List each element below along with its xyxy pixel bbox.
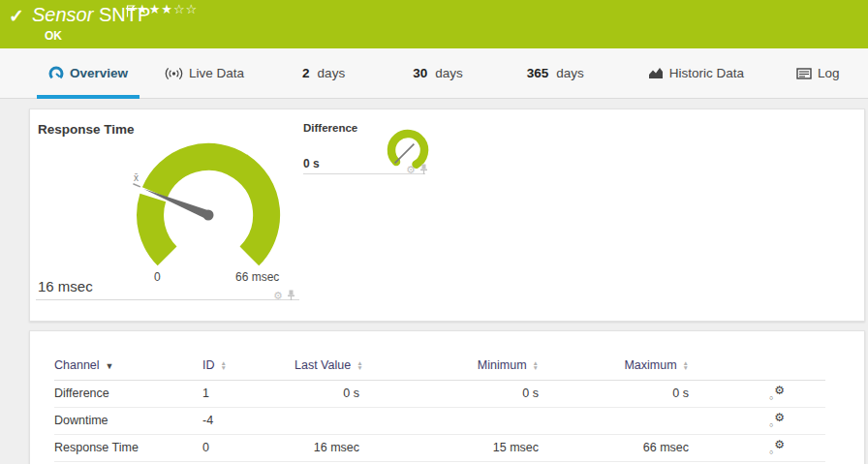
sort-desc-icon[interactable]: ▼ bbox=[106, 361, 114, 371]
tab-label: Log bbox=[818, 66, 840, 80]
response-time-gauge: x̄ bbox=[127, 134, 292, 279]
difference-current-value: 0 s bbox=[303, 157, 320, 170]
difference-gauge-title: Difference bbox=[303, 122, 357, 134]
tab-overview[interactable]: Overview bbox=[37, 48, 140, 98]
cell-id: -4 bbox=[202, 407, 294, 434]
response-time-gauge-actions: ⚙ bbox=[273, 287, 295, 304]
historic-data-icon bbox=[648, 67, 664, 79]
tab-bar: Overview Live Data 2 days 30 days 365 da… bbox=[0, 48, 868, 99]
sort-icon[interactable]: ▲▼ bbox=[356, 360, 362, 370]
priority-stars[interactable]: ★★★☆☆ bbox=[137, 2, 198, 16]
cell-minimum bbox=[359, 407, 539, 434]
tab-number: 2 bbox=[302, 66, 310, 80]
gauge-icon bbox=[48, 66, 64, 81]
status-badge: OK bbox=[45, 29, 62, 43]
sort-icon[interactable]: ▲▼ bbox=[533, 360, 539, 370]
live-data-icon bbox=[165, 67, 183, 80]
tab-historic-data[interactable]: Historic Data bbox=[636, 48, 756, 98]
average-marker-label: x̄ bbox=[134, 172, 139, 183]
tab-30-days[interactable]: 30 days bbox=[401, 48, 475, 98]
channel-settings-icon[interactable]: ⚙○ bbox=[769, 440, 785, 453]
tab-label: days bbox=[435, 66, 463, 80]
tab-label: days bbox=[556, 66, 584, 80]
sensor-header: ✓ Sensor SNTP ★★★☆☆ OK bbox=[0, 0, 868, 48]
tab-label: Live Data bbox=[189, 66, 244, 80]
tab-number: 30 bbox=[413, 66, 427, 80]
cell-maximum: 66 msec bbox=[539, 434, 689, 461]
gauge-needle-hub bbox=[203, 210, 214, 221]
cell-channel[interactable]: Response Time bbox=[54, 434, 202, 461]
column-header-id[interactable]: ID▲▼ bbox=[202, 351, 294, 380]
table-row[interactable]: Difference 1 0 s 0 s 0 s ⚙○ bbox=[54, 380, 825, 407]
table-row[interactable]: Response Time 0 16 msec 15 msec 66 msec … bbox=[54, 434, 825, 461]
pin-icon[interactable] bbox=[419, 161, 428, 178]
log-icon bbox=[796, 68, 812, 79]
tab-label: days bbox=[318, 66, 346, 80]
sensor-title-prefix: Sensor bbox=[32, 4, 93, 25]
gauge-settings-gear-icon[interactable]: ⚙ bbox=[273, 291, 283, 301]
divider bbox=[36, 299, 299, 300]
cell-id: 1 bbox=[202, 380, 294, 407]
channel-table: Channel▼ ID▲▼ Last Value▲▼ Minimum▲▼ Max… bbox=[54, 351, 825, 462]
cell-maximum: 0 s bbox=[539, 380, 689, 407]
response-time-gauge-title: Response Time bbox=[38, 122, 135, 137]
cell-minimum: 0 s bbox=[359, 380, 539, 407]
cell-channel[interactable]: Downtime bbox=[54, 407, 202, 434]
response-time-current-value: 16 msec bbox=[38, 278, 93, 294]
gauge-settings-gear-icon[interactable]: ⚙ bbox=[406, 165, 416, 175]
overview-gauges-panel: Response Time x̄ 0 66 msec 16 msec ⚙ Dif… bbox=[29, 108, 865, 322]
cell-last-value: 0 s bbox=[294, 380, 359, 407]
sort-icon[interactable]: ▲▼ bbox=[683, 360, 689, 370]
status-ok-check-icon: ✓ bbox=[9, 5, 24, 27]
cell-minimum: 15 msec bbox=[359, 434, 539, 461]
cell-channel[interactable]: Difference bbox=[54, 380, 202, 407]
column-header-last-value[interactable]: Last Value▲▼ bbox=[294, 351, 359, 380]
tab-2-days[interactable]: 2 days bbox=[291, 48, 356, 98]
gauge-scale-max: 66 msec bbox=[235, 270, 279, 284]
tab-label: Overview bbox=[70, 66, 128, 80]
tab-log[interactable]: Log bbox=[785, 48, 852, 98]
tab-live-data[interactable]: Live Data bbox=[153, 48, 256, 98]
gauge-scale-min: 0 bbox=[154, 270, 161, 284]
pin-icon[interactable] bbox=[287, 287, 295, 304]
average-tick bbox=[133, 184, 140, 187]
cell-last-value: 16 msec bbox=[294, 434, 359, 461]
table-row[interactable]: Downtime -4 ⚙○ bbox=[54, 407, 825, 434]
tab-number: 365 bbox=[527, 66, 549, 80]
channel-table-panel: Channel▼ ID▲▼ Last Value▲▼ Minimum▲▼ Max… bbox=[29, 330, 865, 464]
cell-id: 0 bbox=[202, 434, 294, 461]
channel-settings-icon[interactable]: ⚙○ bbox=[769, 413, 785, 426]
cell-last-value bbox=[294, 407, 359, 434]
difference-gauge-actions: ⚙ bbox=[406, 161, 428, 178]
tab-label: Historic Data bbox=[669, 66, 744, 80]
column-header-maximum[interactable]: Maximum▲▼ bbox=[539, 351, 689, 380]
column-header-settings bbox=[689, 351, 825, 380]
priority-flag-icon[interactable] bbox=[125, 4, 137, 21]
cell-maximum bbox=[539, 407, 689, 434]
column-header-channel[interactable]: Channel▼ bbox=[54, 351, 202, 380]
sort-icon[interactable]: ▲▼ bbox=[221, 360, 227, 370]
table-header-row: Channel▼ ID▲▼ Last Value▲▼ Minimum▲▼ Max… bbox=[54, 351, 825, 380]
column-header-minimum[interactable]: Minimum▲▼ bbox=[359, 351, 539, 380]
tab-365-days[interactable]: 365 days bbox=[515, 48, 596, 98]
channel-settings-icon[interactable]: ⚙○ bbox=[769, 386, 785, 399]
